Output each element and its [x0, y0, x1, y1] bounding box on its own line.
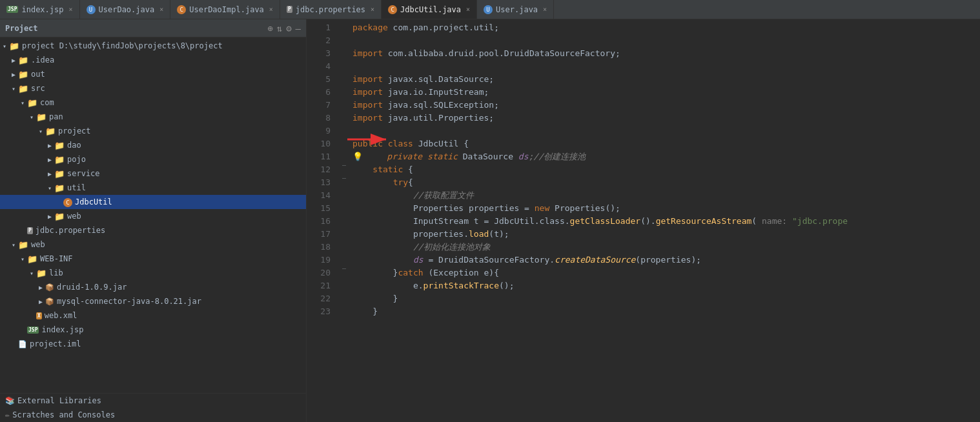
expand-arrow[interactable]: ▶ [9, 55, 18, 65]
item-label: WEB-INF [40, 254, 73, 263]
tab-index-jsp[interactable]: JSP index.jsp × [0, 0, 80, 19]
code-line-9 [352, 125, 980, 137]
expand-arrow[interactable]: ▾ [36, 126, 45, 136]
code-line-11: 💡 private static DataSource ds;//创建连接池 [352, 150, 980, 163]
item-label: .idea [31, 55, 54, 65]
close-icon[interactable]: — [296, 23, 301, 34]
tab-label: UserDao.java [99, 5, 155, 14]
item-label: index.jsp [41, 325, 83, 334]
tab-user-java[interactable]: U User.java × [477, 0, 554, 19]
editor-content[interactable]: 1 2 3 4 5 6 7 8 9 10 11 12 13 14 15 16 1… [307, 19, 980, 422]
fold-icon-13[interactable]: – [342, 174, 346, 181]
tab-label: index.jsp [21, 5, 63, 14]
item-label: project.iml [30, 339, 81, 348]
tree-item-pan[interactable]: ▾ 📁 pan [0, 110, 306, 124]
expand-arrow[interactable]: ▾ [0, 41, 9, 50]
tree-item-project-folder[interactable]: ▾ 📁 project [0, 124, 306, 138]
tab-userdaoimpl-java[interactable]: C UserDaoImpl.java × [170, 0, 280, 19]
code-line-2 [352, 34, 980, 47]
tree-item-web-xml[interactable]: X web.xml [0, 308, 306, 323]
sidebar-tools: ⊕ ⇅ ⚙ — [267, 23, 301, 34]
folder-icon: 📁 [27, 254, 37, 264]
code-line-23: } [352, 305, 980, 318]
code-line-12: static { [352, 163, 980, 176]
code-area[interactable]: package com.pan.project.util; import com… [347, 19, 980, 422]
expand-arrow[interactable]: ▶ [45, 141, 54, 150]
expand-arrow[interactable]: ▶ [36, 283, 45, 292]
tab-close-button[interactable]: × [68, 6, 72, 13]
tree-item-druid-jar[interactable]: ▶ 📦 druid-1.0.9.jar [0, 280, 306, 294]
code-line-14: //获取配置文件 [352, 189, 980, 202]
code-line-21: e.printStackTrace(); [352, 279, 980, 292]
expand-icon[interactable]: ⇅ [277, 23, 282, 34]
expand-arrow[interactable]: ▶ [45, 155, 54, 164]
folder-icon: 📁 [54, 183, 65, 193]
fold-icon-12[interactable]: – [342, 161, 346, 168]
expand-arrow[interactable]: ▾ [18, 98, 27, 107]
tree-item-jdbcutil[interactable]: C JdbcUtil [0, 195, 306, 209]
iml-file-icon: 📄 [18, 340, 27, 348]
tree-item-lib[interactable]: ▾ 📁 lib [0, 266, 306, 280]
expand-arrow[interactable]: ▶ [45, 169, 54, 178]
tree-item-project[interactable]: ▾ 📁 project D:\study\findJob\projects\8\… [0, 39, 306, 53]
item-label: util [67, 183, 86, 192]
tree-item-com[interactable]: ▾ 📁 com [0, 95, 306, 110]
item-label: dao [67, 141, 81, 150]
locate-icon[interactable]: ⊕ [267, 23, 272, 34]
expand-arrow[interactable]: ▾ [9, 240, 18, 249]
tree-item-util[interactable]: ▾ 📁 util [0, 181, 306, 195]
code-line-22: } [352, 292, 980, 305]
sidebar-bottom: 📚 External Libraries ✏️ Scratches and Co… [0, 393, 306, 422]
project-sidebar: Project ⊕ ⇅ ⚙ — ▾ 📁 project D:\study\fin… [0, 19, 307, 422]
tab-close-button[interactable]: × [543, 6, 547, 13]
item-label: web.xml [45, 311, 77, 320]
settings-icon[interactable]: ⚙ [286, 23, 291, 34]
tree-item-web-inf[interactable]: ▾ 📁 WEB-INF [0, 252, 306, 266]
tab-jdbcutil-java[interactable]: C JdbcUtil.java × [382, 0, 477, 19]
sidebar-title: Project [5, 24, 38, 33]
tab-jdbc-properties[interactable]: P jdbc.properties × [280, 0, 382, 19]
line-numbers: 1 2 3 4 5 6 7 8 9 10 11 12 13 14 15 16 1… [307, 19, 336, 422]
tab-close-button[interactable]: × [371, 6, 374, 13]
xml-file-icon: X [36, 312, 42, 319]
tree-item-mysql-jar[interactable]: ▶ 📦 mysql-connector-java-8.0.21.jar [0, 294, 306, 308]
external-libraries-item[interactable]: 📚 External Libraries [0, 394, 306, 408]
tree-item-index-jsp[interactable]: JSP index.jsp [0, 323, 306, 337]
tree-item-src[interactable]: ▾ 📁 src [0, 81, 306, 95]
jar-icon: 📦 [45, 283, 54, 292]
item-label: pan [49, 112, 63, 121]
expand-arrow[interactable]: ▾ [27, 268, 36, 277]
code-line-13: try{ [352, 176, 980, 189]
code-line-20: }catch (Exception e){ [352, 266, 980, 279]
expand-arrow[interactable]: ▶ [45, 212, 54, 221]
expand-arrow[interactable]: ▶ [9, 70, 18, 79]
tab-close-button[interactable]: × [269, 6, 273, 13]
expand-arrow[interactable]: ▶ [36, 297, 45, 306]
expand-arrow[interactable]: ▾ [27, 112, 36, 121]
tree-item-dao[interactable]: ▶ 📁 dao [0, 138, 306, 152]
tree-item-pojo[interactable]: ▶ 📁 pojo [0, 152, 306, 166]
tree-item-jdbc-properties[interactable]: P jdbc.properties [0, 223, 306, 237]
tab-label: User.java [496, 5, 538, 14]
expand-arrow[interactable]: ▾ [18, 254, 27, 263]
tree-item-web-root[interactable]: ▾ 📁 web [0, 237, 306, 252]
sidebar-content: ▾ 📁 project D:\study\findJob\projects\8\… [0, 37, 306, 393]
expand-arrow[interactable]: ▾ [9, 84, 18, 93]
tree-item-out[interactable]: ▶ 📁 out [0, 67, 306, 81]
tree-item-project-iml[interactable]: 📄 project.iml [0, 337, 306, 351]
tab-close-button[interactable]: × [159, 6, 163, 13]
tab-userdao-java[interactable]: U UserDao.java × [80, 0, 171, 19]
no-arrow [54, 197, 63, 206]
tree-item-idea[interactable]: ▶ 📁 .idea [0, 53, 306, 67]
item-label: druid-1.0.9.jar [57, 283, 127, 292]
tab-bar: JSP index.jsp × U UserDao.java × C UserD… [0, 0, 980, 19]
tab-close-button[interactable]: × [466, 6, 470, 13]
tree-item-service[interactable]: ▶ 📁 service [0, 166, 306, 181]
expand-arrow[interactable]: ▾ [45, 183, 54, 192]
tree-item-web-project[interactable]: ▶ 📁 web [0, 209, 306, 223]
sidebar-header: Project ⊕ ⇅ ⚙ — [0, 19, 306, 37]
folder-icon: 📁 [36, 112, 46, 122]
folder-icon: 📁 [54, 155, 65, 165]
fold-icon-20[interactable]: – [342, 265, 346, 272]
scratches-consoles-item[interactable]: ✏️ Scratches and Consoles [0, 408, 306, 422]
